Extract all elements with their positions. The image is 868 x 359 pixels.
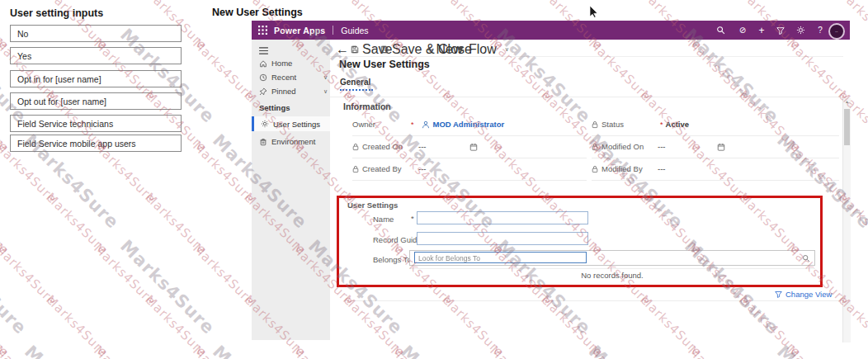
divider [344, 300, 847, 301]
watermark-text: Marks4Sure [190, 36, 257, 104]
lock-icon [592, 165, 598, 173]
watermark-text: Marks4Sure [91, 343, 158, 359]
sidebar-item-recent[interactable]: Recent ∨ [259, 71, 296, 83]
tab-underline [340, 89, 373, 91]
watermark-text: Marks4Sure [142, 292, 210, 359]
option-opt-in[interactable]: Opt in for [user name] [10, 70, 182, 87]
gear-icon [261, 120, 269, 128]
created-on-value: --- [418, 142, 427, 151]
app-name-guides[interactable]: Guides [341, 26, 368, 35]
circle-slash-icon[interactable]: ⊘ [734, 21, 751, 40]
created-by-value: --- [418, 164, 427, 173]
left-panel-title: User setting inputs [10, 7, 103, 19]
section-user-settings: User Settings [347, 201, 398, 210]
home-icon [259, 59, 267, 68]
watermark-text: Marks4Sure [0, 241, 60, 309]
save-icon [351, 45, 359, 54]
modified-on-value: --- [658, 142, 666, 151]
sidebar-item-home[interactable]: Home [259, 57, 292, 69]
section-information: Information [343, 102, 391, 111]
search-icon[interactable] [712, 21, 729, 40]
required-asterisk: * [660, 120, 663, 129]
divider [330, 97, 843, 97]
hamburger-icon[interactable] [259, 45, 268, 57]
help-icon[interactable]: ? [812, 21, 828, 40]
watermark-text: Marks4Sure [21, 342, 123, 359]
plus-icon: + [427, 45, 432, 54]
record-guide-usage-input[interactable] [417, 232, 588, 245]
field-owner: Owner * MOD Administrator [352, 113, 587, 136]
watermark-text: Marks4Sure [0, 236, 31, 338]
calendar-icon[interactable] [469, 143, 478, 151]
sidebar-item-pinned[interactable]: Pinned ∨ [259, 85, 296, 97]
mouse-cursor [589, 5, 599, 18]
person-icon [422, 120, 430, 129]
watermark-text: Marks4Sure [190, 241, 257, 309]
chevron-down-icon[interactable]: ∨ [323, 88, 328, 95]
flow-icon [457, 45, 465, 54]
watermark-text: Marks4Sure [91, 241, 158, 309]
brand-power-apps: Power Apps [274, 26, 325, 35]
flow-button[interactable]: Flow ∨ [457, 41, 509, 58]
scroll-up-icon[interactable]: ▴ [843, 98, 851, 104]
lock-icon [352, 143, 359, 151]
field-modified-on: Modified On --- [592, 135, 839, 158]
tab-general[interactable]: General [340, 78, 370, 87]
name-input[interactable] [417, 211, 588, 224]
name-label: Name [373, 215, 394, 224]
environment-icon [259, 138, 267, 146]
lookup-search-icon[interactable] [802, 254, 810, 262]
filter-icon[interactable] [772, 21, 789, 40]
lock-icon [592, 143, 598, 151]
belongs-to-input[interactable]: Look for Belongs To [414, 252, 587, 263]
watermark-text: Marks4Sure [0, 292, 12, 359]
field-created-on: Created On --- [352, 135, 587, 158]
waffle-icon[interactable] [258, 26, 267, 35]
lock-icon [592, 120, 598, 129]
belongs-to-label: Belongs To [373, 255, 412, 264]
gear-icon[interactable] [792, 21, 809, 40]
user-avatar[interactable]: ∙∙ [828, 23, 845, 40]
change-view-icon [775, 291, 782, 298]
field-created-by: Created By --- [352, 158, 587, 181]
chevron-down-icon[interactable]: ∨ [323, 74, 328, 81]
calendar-icon[interactable] [717, 143, 725, 151]
change-view-link[interactable]: Change View [775, 290, 832, 299]
scrollbar[interactable]: ▴ [842, 98, 851, 342]
sidebar-item-user-settings[interactable]: User Settings [252, 116, 330, 131]
watermark-text: Marks4Sure [116, 236, 219, 338]
watermark-text: Marks4Sure [0, 190, 12, 257]
required-asterisk: * [411, 120, 414, 129]
no-records-message: No records found. [409, 271, 815, 280]
option-yes[interactable]: Yes [10, 47, 182, 64]
screenshot-title: New User Settings [212, 7, 303, 18]
quick-create-plus-icon[interactable]: + [753, 21, 770, 40]
watermark-text: Marks4Sure [142, 190, 210, 257]
option-mobile-users[interactable]: Field Service mobile app users [10, 135, 182, 152]
power-apps-window: Power Apps Guides ⊘ + ? ∙∙ [252, 21, 851, 359]
watermark-text: Marks4Sure [0, 343, 60, 359]
chevron-down-icon[interactable]: ∨ [505, 46, 509, 53]
owner-link[interactable]: MOD Administrator [433, 120, 505, 129]
field-status: Status * Active [592, 113, 839, 136]
watermark-text: Marks4Sure [43, 190, 111, 257]
sidebar-section-settings: Settings [259, 103, 290, 112]
field-modified-by: Modified By --- [592, 158, 839, 181]
watermark-text: Marks4Sure [190, 139, 257, 206]
option-opt-out[interactable]: Opt out for [user name] [10, 92, 182, 110]
required-asterisk: * [411, 214, 414, 223]
option-technicians[interactable]: Field Service technicians [10, 115, 182, 132]
back-button[interactable]: ← [336, 41, 349, 58]
option-no[interactable]: No [10, 25, 182, 42]
form-title: New User Settings [339, 59, 430, 70]
modified-by-value: --- [658, 164, 666, 173]
scrollbar-thumb[interactable] [844, 109, 850, 145]
save-close-icon [380, 45, 389, 54]
page: User setting inputs No Yes Opt in for [u… [0, 0, 868, 359]
sidebar-item-environment[interactable]: Environment [259, 135, 315, 148]
watermark-text: Marks4Sure [43, 292, 111, 359]
status-value: Active [666, 120, 690, 129]
lock-icon [352, 165, 359, 173]
divider [409, 268, 815, 269]
pin-icon [259, 87, 267, 96]
